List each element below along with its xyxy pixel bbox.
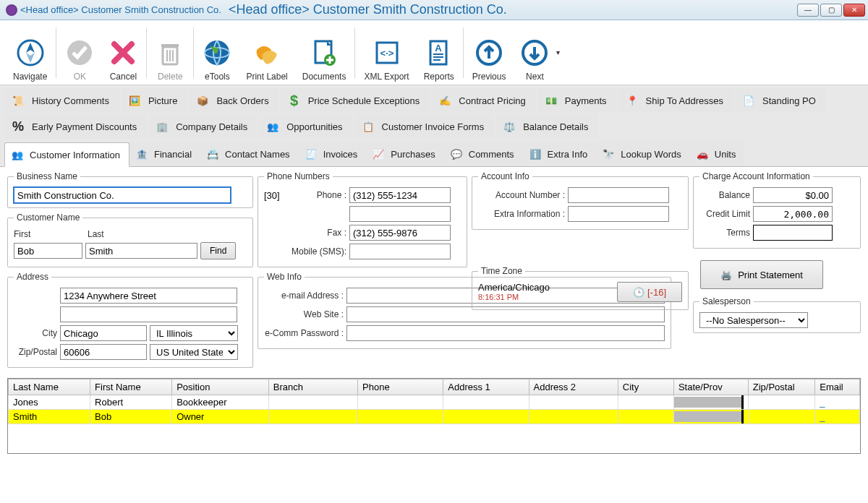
tab-contact-names[interactable]: 📇Contact Names	[200, 142, 299, 166]
table-cell[interactable]	[748, 395, 815, 410]
table-cell[interactable]	[529, 410, 618, 424]
table-row[interactable]: SmithBobOwner_	[9, 410, 860, 424]
mobile-input[interactable]	[349, 244, 451, 259]
fax-input[interactable]	[349, 225, 451, 241]
navigate-button[interactable]: Navigate	[6, 24, 54, 82]
ship-to-button[interactable]: 📍Ship To Addresses	[618, 88, 733, 113]
price-schedule-button[interactable]: $Price Schedule Exceptions	[281, 88, 430, 113]
close-button[interactable]: ✕	[843, 4, 865, 17]
company-details-button[interactable]: 🏢Company Details	[148, 114, 258, 139]
balance-details-button[interactable]: ⚖️Balance Details	[495, 114, 598, 139]
phone2-input[interactable]	[349, 206, 451, 222]
table-cell[interactable]	[673, 395, 748, 410]
zip-input[interactable]	[60, 344, 147, 360]
percent-icon: %	[10, 119, 26, 134]
minimize-button[interactable]: —	[797, 4, 819, 17]
next-button[interactable]: Next	[513, 24, 556, 82]
address1-input[interactable]	[60, 288, 237, 304]
last-name-input[interactable]	[85, 243, 197, 259]
table-cell[interactable]	[358, 395, 443, 410]
column-header[interactable]: First Name	[90, 379, 172, 395]
maximize-button[interactable]: ▢	[820, 4, 842, 17]
balance-input[interactable]	[753, 187, 833, 203]
form-icon: 📋	[360, 119, 376, 134]
table-cell[interactable]	[748, 410, 815, 424]
tab-lookup-words[interactable]: 🔭Lookup Words	[596, 142, 690, 166]
column-header[interactable]: State/Prov	[673, 379, 748, 395]
column-header[interactable]: Zip/Postal	[748, 379, 815, 395]
history-comments-button[interactable]: 📜History Comments	[4, 88, 119, 113]
previous-button[interactable]: Previous	[465, 24, 514, 82]
table-cell[interactable]: Jones	[9, 395, 90, 410]
tab-extra-info[interactable]: ℹ️Extra Info	[523, 142, 597, 166]
first-name-input[interactable]	[14, 243, 82, 259]
opportunities-button[interactable]: 👥Opportunities	[259, 114, 352, 139]
table-cell[interactable]: _	[815, 395, 860, 410]
svg-text:A: A	[435, 43, 442, 53]
column-header[interactable]: Address 1	[443, 379, 529, 395]
table-cell[interactable]	[268, 395, 357, 410]
tab-comments[interactable]: 💬Comments	[444, 142, 523, 166]
ok-button[interactable]: OK	[58, 24, 101, 82]
table-cell[interactable]	[443, 395, 529, 410]
table-cell[interactable]: Owner	[172, 410, 269, 424]
print-label-button[interactable]: Print Label	[239, 24, 294, 82]
xml-export-button[interactable]: <·> XML Export	[357, 24, 416, 82]
standing-po-button[interactable]: 📄Standing PO	[735, 88, 826, 113]
table-cell[interactable]	[673, 410, 748, 424]
column-header[interactable]: Phone	[358, 379, 443, 395]
tab-purchases[interactable]: 📈Purchases	[366, 142, 443, 166]
terms-input[interactable]	[753, 225, 833, 241]
column-header[interactable]: Last Name	[9, 379, 90, 395]
table-cell[interactable]	[529, 395, 618, 410]
dropdown-caret-icon[interactable]: ▾	[556, 48, 560, 56]
delete-button[interactable]: Delete	[148, 24, 192, 82]
invoice-forms-button[interactable]: 📋Customer Invoice Forms	[354, 114, 495, 139]
table-cell[interactable]	[443, 410, 529, 424]
table-cell[interactable]	[268, 410, 357, 424]
tab-financial[interactable]: 🏦Financial	[129, 142, 200, 166]
tab-customer-info[interactable]: 👥Customer Information	[4, 142, 129, 167]
contract-pricing-button[interactable]: ✍️Contract Pricing	[431, 88, 535, 113]
table-cell[interactable]: Smith	[9, 410, 90, 424]
column-header[interactable]: Email	[815, 379, 860, 395]
column-header[interactable]: Branch	[268, 379, 357, 395]
tab-units[interactable]: 🚗Units	[690, 142, 745, 166]
table-cell[interactable]	[618, 395, 673, 410]
city-input[interactable]	[60, 325, 147, 341]
table-cell[interactable]: Robert	[90, 395, 172, 410]
back-orders-button[interactable]: 📦Back Orders	[189, 88, 278, 113]
credit-input[interactable]	[753, 206, 833, 222]
contacts-grid[interactable]: Last NameFirst NamePositionBranchPhoneAd…	[7, 378, 861, 454]
column-header[interactable]: City	[618, 379, 673, 395]
acct-num-input[interactable]	[568, 187, 669, 203]
column-header[interactable]: Position	[172, 379, 269, 395]
cancel-button[interactable]: Cancel	[101, 24, 145, 82]
column-header[interactable]: Address 2	[529, 379, 618, 395]
tab-invoices[interactable]: 🧾Invoices	[299, 142, 367, 166]
table-cell[interactable]	[618, 410, 673, 424]
payments-button[interactable]: 💵Payments	[537, 88, 617, 113]
table-cell[interactable]: Bob	[90, 410, 172, 424]
table-row[interactable]: JonesRobertBookkeeper_	[9, 395, 860, 410]
state-select[interactable]: IL Illinois	[150, 325, 238, 341]
print-statement-button[interactable]: 🖨️ Print Statement	[700, 260, 823, 289]
address2-input[interactable]	[60, 306, 237, 322]
documents-button[interactable]: Documents	[295, 24, 354, 82]
find-button[interactable]: Find	[200, 242, 236, 259]
table-cell[interactable]	[358, 410, 443, 424]
picture-button[interactable]: 🖼️Picture	[121, 88, 187, 113]
etools-button[interactable]: eTools	[195, 24, 239, 82]
country-select[interactable]: US United States	[150, 344, 238, 360]
table-cell[interactable]: Bookkeeper	[172, 395, 269, 410]
early-payment-button[interactable]: %Early Payment Discounts	[4, 114, 147, 139]
reports-button[interactable]: A Reports	[417, 24, 461, 82]
table-cell[interactable]: _	[815, 410, 860, 424]
salesperson-select[interactable]: --No Salesperson--	[699, 312, 808, 328]
business-name-input[interactable]	[14, 187, 231, 203]
tz-offset-button[interactable]: 🕒 [-16]	[617, 282, 682, 302]
phone-input[interactable]	[349, 187, 451, 203]
extra-info-input[interactable]	[568, 206, 669, 222]
tz-offset: [-16]	[647, 287, 666, 298]
xml-label: XML Export	[364, 72, 409, 82]
